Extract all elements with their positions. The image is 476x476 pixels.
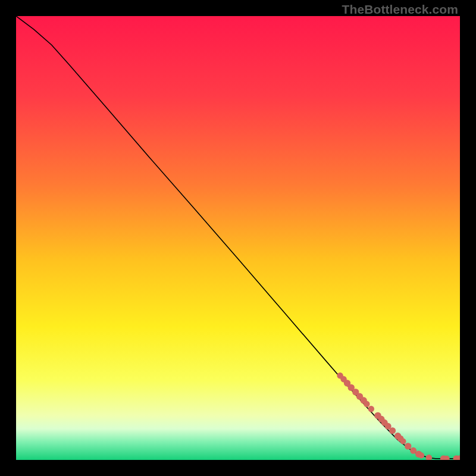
data-marker	[400, 439, 406, 444]
plot-area	[16, 16, 460, 460]
chart-frame: TheBottleneck.com	[0, 0, 476, 476]
data-marker	[368, 406, 374, 412]
chart-svg	[16, 16, 460, 460]
chart-background	[16, 16, 460, 460]
data-marker	[405, 443, 411, 449]
data-marker	[418, 453, 424, 459]
data-marker	[389, 427, 396, 434]
attribution-text: TheBottleneck.com	[342, 2, 458, 17]
data-marker	[364, 401, 369, 407]
